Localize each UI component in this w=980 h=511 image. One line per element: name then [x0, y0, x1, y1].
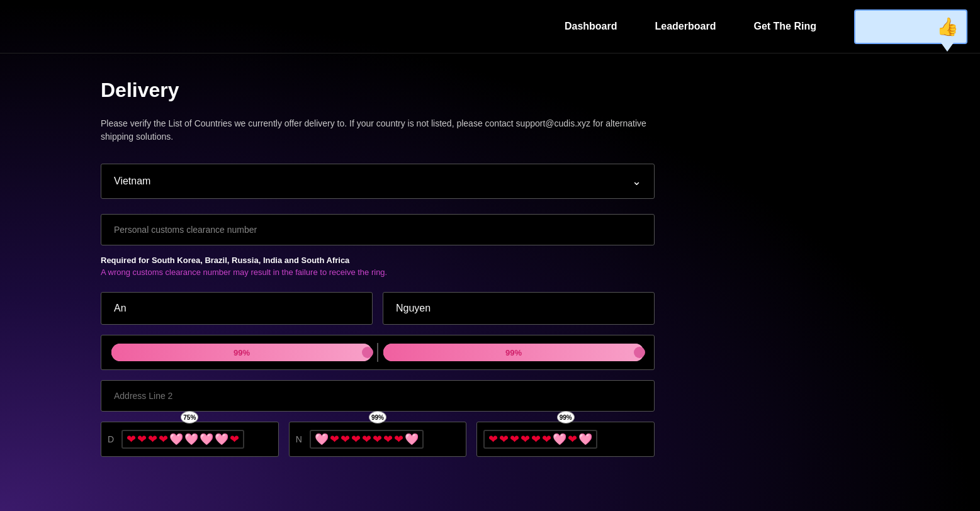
address-progress-bar-2: 99%: [383, 344, 644, 361]
percent-badge-2: 99%: [369, 411, 386, 424]
customs-number-input[interactable]: [101, 214, 655, 245]
heart-icon: ❤: [159, 434, 168, 445]
heart-icon: 🩷: [169, 434, 183, 445]
heart-icon: ❤: [531, 434, 541, 445]
progress-label-2: 99%: [505, 348, 522, 357]
heart-icon: 🩷: [315, 434, 329, 445]
heart-icon: 🩷: [200, 434, 213, 445]
heart-icon: ❤: [362, 434, 371, 445]
nav-leaderboard[interactable]: Leaderboard: [655, 21, 716, 32]
main-content: Delivery Please verify the List of Count…: [0, 53, 980, 482]
page-subtitle: Please verify the List of Countries we c…: [101, 117, 648, 143]
heart-icon: ❤: [373, 434, 382, 445]
heart-icon: ❤: [542, 434, 551, 445]
nav-links: Dashboard Leaderboard Get The Ring 👍: [565, 9, 967, 44]
heart-icon: ❤: [341, 434, 350, 445]
heart-icon: ❤: [127, 434, 136, 445]
heart-icon: 🩷: [553, 434, 566, 445]
name-row: [101, 292, 655, 325]
address-line1-container: 99% 99%: [101, 335, 655, 370]
field-letter-2: N: [296, 434, 306, 444]
hearts-bar-2: 🩷 ❤ ❤ ❤ ❤ ❤ ❤ ❤ 🩷: [310, 430, 424, 449]
heart-icon: ❤: [394, 434, 403, 445]
country-dropdown[interactable]: Vietnam ⌄: [101, 164, 655, 199]
country-selected: Vietnam: [114, 176, 150, 187]
percent-badge-1: 75%: [181, 411, 198, 424]
address-line2-input[interactable]: [101, 380, 655, 412]
heart-icon: ❤: [383, 434, 393, 445]
address-progress-bar-1: 99%: [111, 344, 372, 361]
page-title: Delivery: [101, 79, 655, 102]
nav-dashboard[interactable]: Dashboard: [565, 21, 617, 32]
heart-icon: ❤: [137, 434, 147, 445]
heart-icon: 🩷: [184, 434, 198, 445]
chevron-down-icon: ⌄: [632, 174, 641, 188]
heart-icon: ❤: [230, 434, 239, 445]
heart-icon: 🩷: [215, 434, 228, 445]
bottom-field-2: 99% N 🩷 ❤ ❤ ❤ ❤ ❤ ❤ ❤ 🩷: [289, 422, 467, 457]
hearts-bar-1: ❤ ❤ ❤ ❤ 🩷 🩷 🩷 🩷 ❤: [121, 430, 244, 449]
bottom-field-1: 75% D ❤ ❤ ❤ ❤ 🩷 🩷 🩷 🩷 ❤: [101, 422, 279, 457]
first-name-input[interactable]: [101, 292, 373, 325]
hearts-bar-3: ❤ ❤ ❤ ❤ ❤ ❤ 🩷 ❤ 🩷: [483, 430, 597, 449]
required-note: Required for South Korea, Brazil, Russia…: [101, 256, 655, 265]
heart-icon: ❤: [521, 434, 530, 445]
chat-button[interactable]: 👍: [854, 9, 967, 44]
heart-icon: ❤: [488, 434, 498, 445]
thumbs-up-icon: 👍: [937, 16, 959, 37]
heart-icon: ❤: [510, 434, 519, 445]
bottom-field-3: 99% ❤ ❤ ❤ ❤ ❤ ❤ 🩷 ❤ 🩷: [476, 422, 655, 457]
navbar: Dashboard Leaderboard Get The Ring 👍: [0, 0, 980, 53]
heart-icon: ❤: [330, 434, 339, 445]
heart-icon: ❤: [148, 434, 157, 445]
heart-icon: ❤: [568, 434, 577, 445]
delivery-form: Delivery Please verify the List of Count…: [101, 79, 655, 457]
progress-label-1: 99%: [234, 348, 250, 357]
bottom-row: 75% D ❤ ❤ ❤ ❤ 🩷 🩷 🩷 🩷 ❤ 99% N: [101, 422, 655, 457]
heart-icon: ❤: [499, 434, 509, 445]
heart-icon: 🩷: [405, 434, 419, 445]
heart-icon: ❤: [351, 434, 361, 445]
last-name-input[interactable]: [383, 292, 655, 325]
heart-icon: 🩷: [578, 434, 592, 445]
progress-separator: [377, 343, 378, 362]
percent-badge-3: 99%: [557, 411, 575, 424]
nav-get-the-ring[interactable]: Get The Ring: [753, 21, 816, 32]
warning-note: A wrong customs clearance number may res…: [101, 267, 655, 277]
field-letter-1: D: [108, 434, 118, 444]
